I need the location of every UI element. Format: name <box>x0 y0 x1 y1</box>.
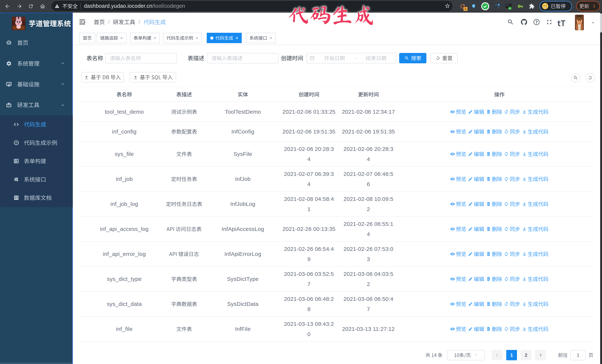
svg-text:on: on <box>509 7 511 10</box>
